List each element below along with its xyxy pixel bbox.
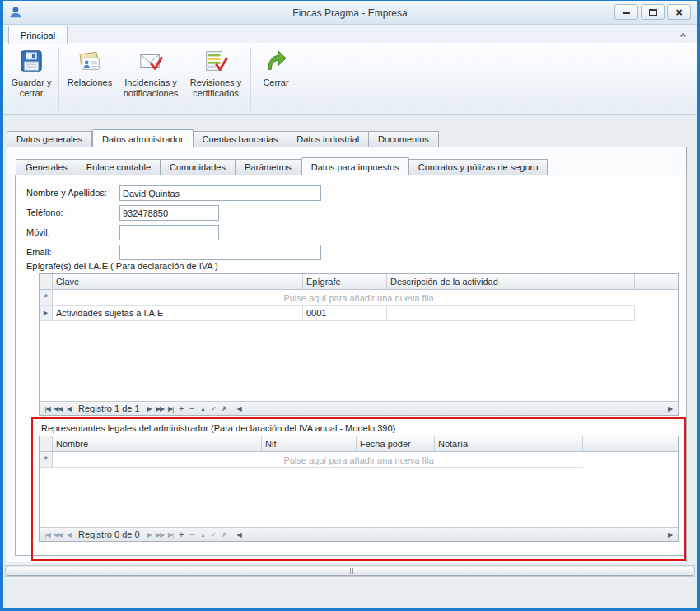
ribbon-button-label: Guardar y cerrar (10, 77, 53, 99)
ribbon-tab-principal[interactable]: Principal (8, 26, 68, 44)
representantes-section-title: Representantes legales del administrador… (41, 423, 395, 433)
maximize-button[interactable] (641, 4, 665, 20)
minimize-button[interactable] (614, 4, 638, 20)
iae-data-row[interactable]: ▶ Actividades sujetas a I.A.E 0001 (40, 306, 678, 321)
email-label: Email: (26, 247, 52, 257)
column-header-clave[interactable]: Clave (53, 274, 303, 289)
nav-prev-button[interactable]: ◀ (63, 403, 74, 415)
nav-last-button[interactable]: ▶| (166, 403, 176, 415)
representantes-grid-navigator: |◀ ◀◀ ◀ Registro 0 de 0 ▶ ▶▶ ▶| + − ▴ ✓ … (40, 527, 678, 541)
tab-comunidades[interactable]: Comunidades (161, 159, 236, 175)
tab-datos-industrial[interactable]: Datos industrial (287, 131, 369, 147)
nav-next-page-button[interactable]: ▶▶ (155, 529, 166, 541)
nav-cancel-button[interactable]: ✗ (219, 403, 230, 415)
movil-input[interactable] (119, 225, 219, 240)
cell-epigrafe[interactable]: 0001 (303, 306, 387, 321)
asterisk-icon: * (44, 292, 48, 304)
new-row-hint: Pulse aquí para añadir una nueva fila (40, 290, 678, 306)
tab-documentos[interactable]: Documentos (369, 131, 439, 147)
grip-icon (348, 568, 348, 574)
grip-icon (350, 568, 351, 574)
cell-descripcion[interactable] (387, 306, 635, 321)
save-icon (19, 49, 44, 75)
nav-first-button[interactable]: |◀ (42, 529, 53, 541)
row-indicator-header (40, 436, 53, 451)
nav-delete-button[interactable]: − (187, 529, 198, 541)
iae-new-row[interactable]: * Pulse aquí para añadir una nueva fila (40, 290, 678, 306)
nav-delete-button[interactable]: − (187, 403, 198, 415)
nombre-apellidos-label: Nombre y Apellidos: (26, 188, 107, 198)
new-row-underline (53, 467, 583, 468)
ribbon-tab-strip: Principal (3, 25, 697, 43)
row-arrow-icon: ▶ (44, 310, 48, 316)
nav-append-button[interactable]: + (176, 403, 187, 415)
asterisk-icon: * (44, 454, 48, 466)
tab-datos-administrador[interactable]: Datos administrador (92, 129, 193, 147)
tab-contratos-polizas[interactable]: Contratos y pólizas de seguro (409, 159, 548, 175)
incidencias-notificaciones-button[interactable]: Incidencias y notificaciones (119, 45, 183, 111)
nav-endedit-button[interactable]: ✓ (208, 529, 219, 541)
column-header-epigrafe[interactable]: Epígrafe (303, 274, 387, 289)
scroll-right-button[interactable]: ▶ (665, 529, 675, 541)
tab-enlace-contable[interactable]: Enlace contable (77, 159, 161, 175)
cerrar-button[interactable]: Cerrar (255, 45, 296, 111)
nav-prev-button[interactable]: ◀ (63, 529, 74, 541)
movil-label: Móvil: (26, 227, 50, 237)
ribbon-button-label: Incidencias y notificaciones (120, 77, 181, 99)
close-button[interactable]: × (667, 4, 691, 20)
relaciones-button[interactable]: Relaciones (63, 45, 116, 111)
nombre-apellidos-input[interactable] (119, 185, 321, 201)
cell-clave[interactable]: Actividades sujetas a I.A.E (53, 306, 303, 321)
datos-para-impuestos-page: Nombre y Apellidos: Teléfono: Móvil: Ema… (15, 175, 687, 556)
window-hscrollbar[interactable] (5, 565, 695, 577)
scroll-left-button[interactable]: ◀ (234, 529, 245, 541)
hscrollbar-thumb[interactable] (7, 567, 693, 576)
save-and-close-button[interactable]: Guardar y cerrar (8, 45, 54, 111)
nav-edit-button[interactable]: ▴ (198, 403, 208, 415)
current-row-indicator: ▶ (40, 306, 53, 321)
email-input[interactable] (119, 245, 321, 260)
column-header-nif[interactable]: Nif (262, 436, 357, 451)
scroll-left-button[interactable]: ◀ (234, 403, 245, 415)
nav-prev-page-button[interactable]: ◀◀ (53, 403, 63, 415)
nav-cancel-button[interactable]: ✗ (219, 529, 230, 541)
main-tab-strip: Datos generales Datos administrador Cuen… (7, 128, 439, 147)
ribbon-toolbar: Guardar y cerrar Relaciones Incidencias … (3, 43, 697, 115)
contacts-cards-icon (77, 49, 102, 75)
column-header-fecha-poder[interactable]: Fecha poder (357, 436, 435, 451)
hscroll-track[interactable] (245, 529, 665, 540)
scroll-right-button[interactable]: ▶ (665, 403, 675, 415)
new-row-indicator: * (40, 290, 53, 306)
ribbon-button-label: Cerrar (263, 77, 288, 88)
nav-next-button[interactable]: ▶ (144, 529, 155, 541)
nav-first-button[interactable]: |◀ (42, 403, 53, 415)
column-header-nombre[interactable]: Nombre (53, 436, 262, 451)
tab-datos-generales[interactable]: Datos generales (7, 131, 92, 147)
hscroll-track[interactable] (245, 403, 665, 414)
nav-last-button[interactable]: ▶| (166, 529, 176, 541)
grid-empty-area (40, 321, 678, 401)
ribbon-collapse-button[interactable] (676, 28, 689, 40)
nav-next-page-button[interactable]: ▶▶ (155, 403, 166, 415)
new-row-hint: Pulse aquí para añadir una nueva fila (40, 452, 678, 468)
nav-endedit-button[interactable]: ✓ (208, 403, 219, 415)
tab-generales[interactable]: Generales (16, 159, 77, 175)
ribbon-separator (301, 47, 301, 110)
datos-administrador-page: Generales Enlace contable Comunidades Pa… (7, 147, 687, 562)
telefono-input[interactable] (119, 205, 219, 221)
revisiones-certificados-button[interactable]: Revisiones y certificados (185, 45, 246, 111)
column-header-descripcion[interactable]: Descripción de la actividad (387, 274, 635, 289)
column-header-notaria[interactable]: Notaría (435, 436, 583, 451)
nav-prev-page-button[interactable]: ◀◀ (53, 529, 63, 541)
telefono-label: Teléfono: (26, 208, 63, 217)
tab-parametros[interactable]: Parámetros (236, 159, 301, 175)
nav-edit-button[interactable]: ▴ (198, 529, 208, 541)
tab-datos-para-impuestos[interactable]: Datos para impuestos (301, 157, 409, 175)
tab-cuentas-bancarias[interactable]: Cuentas bancarias (194, 131, 288, 147)
record-counter: Registro 1 de 1 (78, 403, 140, 413)
new-row-indicator: * (40, 452, 53, 468)
person-app-icon (8, 5, 23, 23)
nav-next-button[interactable]: ▶ (144, 403, 155, 415)
representantes-new-row[interactable]: * Pulse aquí para añadir una nueva fila (40, 452, 678, 468)
nav-append-button[interactable]: + (176, 529, 187, 541)
